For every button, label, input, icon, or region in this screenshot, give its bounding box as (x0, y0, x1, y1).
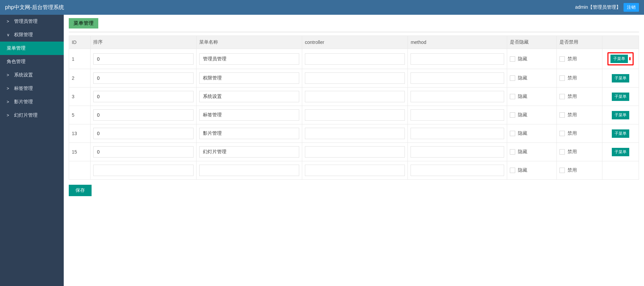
chevron-right-icon: > (7, 19, 11, 24)
cell-id (69, 161, 91, 180)
chevron-right-icon: > (7, 86, 11, 91)
divider (69, 32, 639, 32)
sidebar-item[interactable]: >幻灯片管理 (0, 109, 64, 122)
submenu-button[interactable]: 子菜单 (612, 74, 629, 82)
cell-id: 15 (69, 143, 91, 161)
hidden-label: 隐藏 (518, 149, 527, 155)
controller-input[interactable] (305, 72, 405, 84)
sort-input[interactable] (93, 165, 193, 176)
th-disabled: 是否禁用 (557, 36, 602, 49)
method-input[interactable] (411, 165, 504, 176)
disabled-checkbox[interactable] (559, 112, 565, 118)
hidden-checkbox[interactable] (510, 112, 515, 118)
submenu-button[interactable]: 子菜单 (612, 93, 629, 101)
sidebar-item-label: 权限管理 (14, 32, 33, 38)
menu-table: ID 排序 菜单名称 controller method 是否隐藏 是否禁用 1… (69, 36, 639, 180)
disabled-checkbox[interactable] (559, 168, 565, 173)
disabled-label: 禁用 (568, 75, 577, 81)
sidebar-item[interactable]: ∨权限管理 (0, 28, 64, 42)
sidebar-item-label: 系统设置 (14, 72, 33, 78)
name-input[interactable] (199, 146, 299, 158)
hidden-checkbox[interactable] (510, 168, 515, 173)
hidden-checkbox[interactable] (510, 56, 515, 62)
method-input[interactable] (411, 146, 504, 158)
hidden-label: 隐藏 (518, 130, 527, 136)
name-input[interactable] (199, 72, 299, 84)
main-content: 菜单管理 ID 排序 菜单名称 controller method 是否隐藏 是… (64, 15, 644, 286)
disabled-label: 禁用 (568, 94, 577, 100)
th-id: ID (69, 36, 91, 49)
disabled-label: 禁用 (568, 167, 577, 173)
controller-input[interactable] (305, 128, 405, 139)
sidebar-item-label: 管理员管理 (14, 18, 38, 24)
disabled-label: 禁用 (568, 112, 577, 118)
chevron-right-icon: > (7, 73, 11, 77)
name-input[interactable] (199, 128, 299, 139)
controller-input[interactable] (305, 165, 405, 176)
controller-input[interactable] (305, 146, 405, 158)
hidden-checkbox[interactable] (510, 75, 515, 81)
logout-button[interactable]: 注销 (624, 3, 639, 12)
method-input[interactable] (411, 91, 504, 102)
method-input[interactable] (411, 109, 504, 121)
sort-input[interactable] (93, 72, 193, 84)
sidebar-item-label: 标签管理 (14, 85, 33, 92)
disabled-checkbox[interactable] (559, 149, 565, 155)
hidden-label: 隐藏 (518, 56, 527, 62)
name-input[interactable] (199, 53, 299, 65)
name-input[interactable] (199, 91, 299, 102)
user-label[interactable]: admin【管理员管理】 (575, 4, 621, 10)
submenu-button[interactable]: 子菜单 (612, 111, 629, 119)
hidden-checkbox[interactable] (510, 94, 515, 99)
cell-id: 3 (69, 88, 91, 106)
disabled-checkbox[interactable] (559, 75, 565, 81)
sidebar-item[interactable]: >影片管理 (0, 95, 64, 109)
name-input[interactable] (199, 109, 299, 121)
disabled-checkbox[interactable] (559, 131, 565, 136)
th-method: method (408, 36, 507, 49)
sort-input[interactable] (93, 128, 193, 139)
cell-id: 13 (69, 124, 91, 143)
sidebar-item[interactable]: >管理员管理 (0, 15, 64, 28)
sidebar: >管理员管理∨权限管理菜单管理角色管理>系统设置>标签管理>影片管理>幻灯片管理 (0, 15, 64, 286)
sort-input[interactable] (93, 53, 193, 65)
sort-input[interactable] (93, 146, 193, 158)
controller-input[interactable] (305, 53, 405, 65)
th-hidden: 是否隐藏 (507, 36, 557, 49)
table-row: 2隐藏禁用子菜单 (69, 69, 639, 88)
submenu-button[interactable]: 子菜单 (612, 129, 629, 138)
th-controller: controller (302, 36, 408, 49)
sidebar-item[interactable]: >标签管理 (0, 82, 64, 95)
hidden-checkbox[interactable] (510, 149, 515, 155)
chevron-down-icon: ∨ (7, 33, 11, 37)
save-button[interactable]: 保存 (69, 185, 92, 196)
table-row: 15隐藏禁用子菜单 (69, 143, 639, 161)
table-row: 1隐藏禁用子菜单 (69, 49, 639, 69)
method-input[interactable] (411, 72, 504, 84)
th-name: 菜单名称 (196, 36, 302, 49)
method-input[interactable] (411, 128, 504, 139)
controller-input[interactable] (305, 91, 405, 102)
submenu-button[interactable]: 子菜单 (612, 148, 629, 156)
submenu-button[interactable]: 子菜单 (610, 55, 628, 63)
cursor-marker-icon (629, 57, 631, 60)
name-input[interactable] (199, 165, 299, 176)
sidebar-item-label: 幻灯片管理 (14, 112, 38, 118)
sort-input[interactable] (93, 109, 193, 121)
sidebar-subitem[interactable]: 角色管理 (0, 55, 64, 68)
method-input[interactable] (411, 53, 504, 65)
sidebar-subitem[interactable]: 菜单管理 (0, 42, 64, 55)
controller-input[interactable] (305, 109, 405, 121)
cell-id: 5 (69, 106, 91, 124)
disabled-checkbox[interactable] (559, 94, 565, 99)
th-sort: 排序 (91, 36, 196, 49)
sidebar-item[interactable]: >系统设置 (0, 68, 64, 82)
hidden-checkbox[interactable] (510, 131, 515, 136)
table-row: 隐藏禁用 (69, 161, 639, 180)
disabled-checkbox[interactable] (559, 56, 565, 62)
sort-input[interactable] (93, 91, 193, 102)
cell-id: 1 (69, 49, 91, 69)
chevron-right-icon: > (7, 113, 11, 118)
th-action (602, 36, 639, 49)
table-row: 5隐藏禁用子菜单 (69, 106, 639, 124)
